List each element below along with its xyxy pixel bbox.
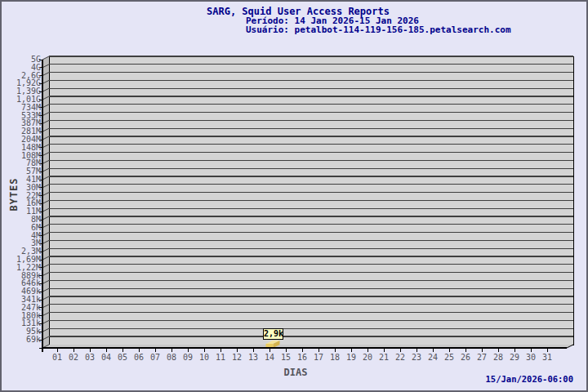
- x-tick-label: 13: [245, 353, 261, 362]
- x-tick-label: 27: [474, 353, 490, 362]
- x-tick-label: 16: [294, 353, 310, 362]
- x-tick-label: 28: [490, 353, 506, 362]
- x-tick-label: 15: [278, 353, 294, 362]
- x-tick-label: 12: [229, 353, 245, 362]
- generation-timestamp: 15/Jan/2026-06:00: [486, 374, 573, 384]
- x-tick-label: 24: [425, 353, 441, 362]
- x-tick-label: 21: [376, 353, 392, 362]
- x-tick-label: 05: [114, 353, 131, 362]
- x-tick-label: 17: [310, 353, 327, 362]
- x-tick-label: 29: [506, 353, 523, 362]
- x-tick-label: 14: [261, 353, 278, 362]
- x-tick-label: 11: [212, 353, 229, 362]
- x-tick-label: 08: [163, 353, 180, 362]
- x-tick-label: 07: [147, 353, 163, 362]
- x-tick-label: 09: [180, 353, 196, 362]
- x-tick-label: 23: [408, 353, 425, 362]
- x-tick-label: 02: [65, 353, 82, 362]
- x-tick-label: 01: [49, 353, 65, 362]
- x-tick-label: 26: [457, 353, 474, 362]
- x-tick-label: 18: [327, 353, 343, 362]
- x-axis-title: DIAS: [263, 367, 328, 378]
- x-tick-label: 03: [82, 353, 98, 362]
- x-tick-label: 06: [131, 353, 147, 362]
- x-tick-label: 20: [359, 353, 376, 362]
- x-tick-label: 22: [392, 353, 408, 362]
- x-tick-label: 19: [343, 353, 359, 362]
- chart-canvas: [2, 2, 588, 392]
- report-image: SARG, Squid User Access Reports Período:…: [0, 0, 588, 392]
- bar-value-annotation: 2,9k: [263, 328, 283, 340]
- x-tick-label: 31: [539, 353, 555, 362]
- y-tick-label: 69k: [3, 336, 41, 344]
- x-tick-label: 25: [441, 353, 457, 362]
- chart-subtitle-user: Usuário: petalbot-114-119-156-185.petals…: [246, 24, 511, 35]
- x-tick-label: 30: [523, 353, 539, 362]
- x-tick-label: 04: [98, 353, 114, 362]
- x-tick-label: 10: [196, 353, 212, 362]
